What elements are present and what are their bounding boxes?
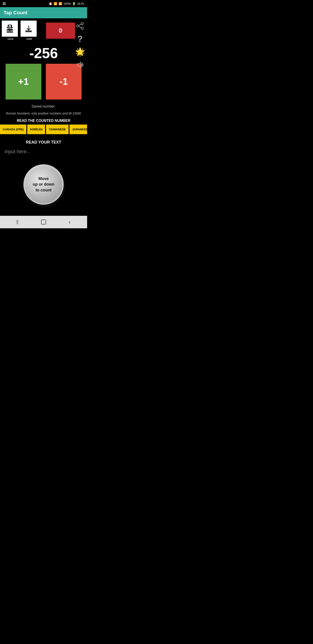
- svg-line-11: [79, 24, 81, 26]
- roman-note-text: Roman Numbers: only positive numbers and…: [6, 112, 81, 115]
- move-line1: Move: [33, 176, 54, 182]
- main-content: save load 0: [0, 18, 87, 216]
- alarm-icon: ⏰: [49, 2, 52, 5]
- large-counter: -256: [0, 40, 87, 64]
- app-bar: Tap Count: [0, 7, 87, 18]
- read-counted-text: READ THE COUNTED NUMBER: [17, 119, 70, 122]
- load-icon: [24, 24, 33, 33]
- back-button[interactable]: ‹: [63, 217, 76, 227]
- status-bar: 🖼 ⏰ 📶 📶 100% 🔋 16:51: [0, 0, 87, 7]
- volume-button[interactable]: [75, 60, 85, 70]
- increment-button[interactable]: +1: [5, 64, 41, 100]
- svg-point-8: [81, 22, 83, 25]
- move-line3: to count: [33, 188, 54, 193]
- load-button[interactable]: load: [20, 20, 38, 40]
- load-icon-box[interactable]: [20, 20, 37, 37]
- counter-badge: 0: [46, 22, 75, 39]
- back-icon: ‹: [69, 218, 71, 226]
- save-icon-box[interactable]: [2, 20, 18, 37]
- read-counted-label: READ THE COUNTED NUMBER: [0, 116, 87, 124]
- question-mark-icon: ?: [77, 34, 83, 44]
- battery-icon: 🔋: [72, 2, 76, 5]
- menu-button[interactable]: ⦀: [11, 217, 24, 227]
- svg-rect-14: [41, 220, 46, 224]
- language-row: CANADA (FRE) KOREAN TAIWANESE JAPANESE: [0, 124, 87, 136]
- svg-line-12: [79, 26, 81, 28]
- toolbar-row: save load 0: [0, 18, 87, 40]
- home-icon: [40, 219, 47, 225]
- menu-icon: ⦀: [16, 218, 19, 226]
- svg-marker-13: [77, 62, 81, 68]
- sun-icon: 🌟: [75, 48, 85, 56]
- move-button[interactable]: Move up or down to count: [23, 164, 64, 204]
- text-input-placeholder[interactable]: Input here...: [4, 149, 31, 154]
- share-button[interactable]: [75, 20, 85, 31]
- svg-point-9: [77, 25, 79, 27]
- save-label: save: [7, 37, 13, 40]
- count-buttons-row: +1 -1: [0, 64, 87, 102]
- move-button-text: Move up or down to count: [33, 176, 54, 193]
- wifi-icon: 📶: [54, 2, 57, 5]
- saved-number-section: Saved number:: [0, 102, 87, 110]
- move-line2: up or down: [33, 182, 54, 187]
- share-icon: [76, 22, 84, 30]
- text-input-area[interactable]: Input here...: [0, 146, 87, 160]
- right-icons: ? 🌟: [75, 20, 85, 70]
- lang-canada-fre[interactable]: CANADA (FRE): [0, 124, 26, 134]
- save-button[interactable]: save: [2, 20, 19, 40]
- volume-icon: [76, 61, 84, 69]
- lang-korean[interactable]: KOREAN: [27, 124, 45, 134]
- signal-icon: 📶: [58, 2, 62, 5]
- roman-note: Roman Numbers: only positive numbers and…: [0, 110, 87, 116]
- saved-number-label: Saved number:: [31, 104, 56, 108]
- bottom-nav: ⦀ ‹: [0, 216, 87, 228]
- move-button-container: Move up or down to count: [0, 160, 87, 211]
- svg-point-10: [81, 27, 83, 29]
- counter-value: -256: [29, 45, 58, 61]
- time-display: 16:51: [77, 2, 84, 5]
- brightness-button[interactable]: 🌟: [75, 46, 85, 57]
- save-icon: [5, 24, 14, 33]
- home-button[interactable]: [37, 217, 50, 227]
- notification-icon: 🖼: [3, 2, 5, 5]
- app-title: Tap Count: [3, 10, 27, 16]
- lang-japanese[interactable]: JAPANESE: [69, 124, 87, 134]
- lang-taiwanese[interactable]: TAIWANESE: [46, 124, 68, 134]
- badge-value: 0: [59, 27, 62, 34]
- help-button[interactable]: ?: [75, 34, 85, 44]
- read-your-text-text: READ YOUR TEXT: [26, 140, 61, 144]
- load-label: load: [26, 37, 32, 40]
- read-your-text-label: READ YOUR TEXT: [0, 136, 87, 146]
- battery-level: 100%: [63, 2, 71, 5]
